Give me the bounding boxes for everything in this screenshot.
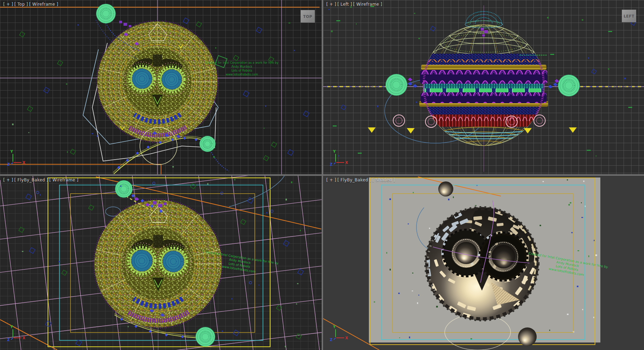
viewport-flyby-shaded[interactable]: Created for Intel Corporation as a work … [323, 176, 644, 350]
satellite-sphere-wire[interactable] [196, 327, 215, 346]
viewport-view-menu[interactable]: [ Left ] [337, 2, 352, 7]
viewport-shading-menu[interactable]: [ Wireframe ] [353, 2, 382, 7]
viewport-layout: Created for Intel Corporation as a work … [0, 0, 644, 350]
axis-gizmo: YXZ [7, 150, 25, 166]
viewport-shading-menu[interactable]: [ Wireframe ] [49, 178, 78, 183]
wireframe-sphere-model[interactable] [97, 21, 218, 142]
viewcube[interactable]: TOP [301, 10, 315, 23]
axis-label-z: Z [330, 162, 332, 166]
wireframe-sphere-model[interactable] [94, 199, 223, 328]
axis-label-z: Z [330, 338, 332, 342]
viewcube[interactable]: LEFT [622, 10, 636, 22]
axis-label-x: X [345, 336, 348, 340]
axis-gizmo: YXZ [7, 325, 25, 342]
scene-flyby-wireframe: Created for Intel Corporation as a work … [0, 176, 322, 350]
axis-gizmo: YXZ [330, 150, 348, 166]
viewport-menu-button[interactable]: [ + ] [3, 178, 13, 183]
viewport-label: [ + ][ Left ][ Wireframe ] [326, 2, 384, 7]
viewport-label: [ + ][ Top ][ Wireframe ] [3, 2, 59, 7]
scene-left-view: YXZ [323, 0, 644, 174]
axis-label-y: Y [10, 325, 13, 329]
viewport-shading-menu[interactable]: [ Wireframe ] [29, 2, 58, 7]
satellite-sphere-wire[interactable] [386, 74, 407, 96]
viewport-menu-button[interactable]: [ + ] [326, 2, 336, 7]
viewport-label: [ + ][ FlyBy_Baked ][ Shaded ] [326, 178, 396, 183]
viewport-menu-button[interactable]: [ + ] [326, 178, 336, 183]
watermark-line: Created for Intel Corporation as a work … [205, 61, 279, 64]
viewport-left[interactable]: YXZ [ + ][ Left ][ Wireframe ] LEFT [323, 0, 644, 174]
satellite-sphere-wire[interactable] [96, 4, 116, 23]
axis-label-y: Y [333, 325, 336, 329]
axis-label-y: Y [10, 150, 13, 154]
viewport-top[interactable]: Created for Intel Corporation as a work … [0, 0, 322, 174]
satellite-sphere-wire[interactable] [200, 136, 215, 152]
viewport-label: [ + ][ FlyBy_Baked ][ Wireframe ] [3, 178, 79, 183]
viewport-shading-menu[interactable]: [ Shaded ] [372, 178, 395, 183]
viewport-view-menu[interactable]: [ FlyBy_Baked ] [14, 178, 48, 183]
axis-label-z: Z [7, 162, 10, 166]
satellite-sphere-wire[interactable] [115, 180, 132, 198]
viewport-view-menu[interactable]: [ FlyBy_Baked ] [337, 178, 371, 183]
viewport-menu-button[interactable]: [ + ] [3, 2, 13, 7]
axis-label-z: Z [7, 338, 10, 342]
watermark-line: www.lotsofrobots.com [226, 73, 258, 76]
viewport-view-menu[interactable]: [ Top ] [14, 2, 28, 7]
axis-label-x: X [23, 161, 25, 165]
scene-top-view: Created for Intel Corporation as a work … [0, 0, 322, 174]
satellite-sphere-wire[interactable] [558, 75, 580, 96]
axis-label-y: Y [333, 150, 336, 154]
watermark-line: Lots of Robots [231, 69, 252, 72]
watermark-line: Andy Murdock [231, 65, 253, 68]
axis-label-x: X [23, 336, 25, 340]
scene-flyby-shaded: Created for Intel Corporation as a work … [323, 176, 644, 350]
viewport-flyby-wireframe[interactable]: Created for Intel Corporation as a work … [0, 176, 322, 350]
axis-label-x: X [345, 161, 348, 165]
